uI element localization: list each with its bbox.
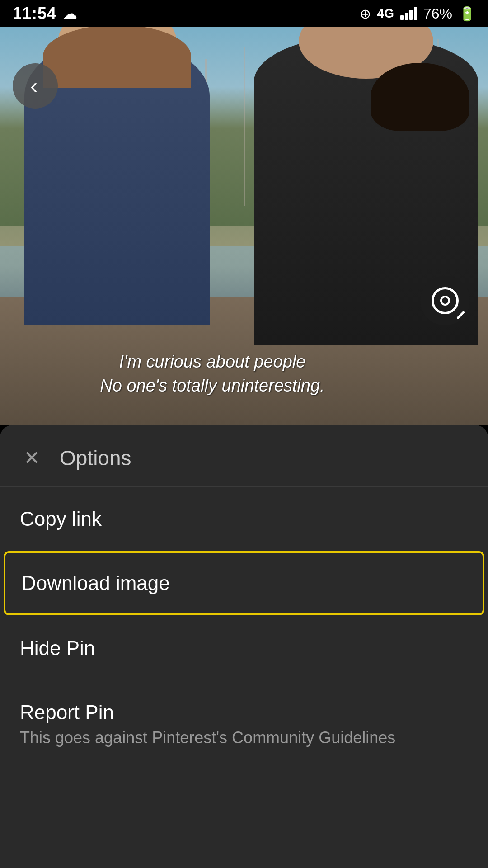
option-report-pin[interactable]: Report Pin This goes against Pinterest's…	[0, 680, 488, 768]
status-bar: 11:54 ☁ ⊕ 4G 76% 🔋	[0, 0, 488, 27]
option-download-image[interactable]: Download image	[4, 551, 484, 615]
quote-line-1: I'm curious about people	[18, 350, 407, 374]
focus-icon: ⊕	[360, 6, 371, 22]
signal-icon	[400, 7, 417, 20]
status-time: 11:54	[13, 4, 56, 23]
options-title: Options	[60, 446, 131, 470]
back-chevron-icon: ‹	[30, 75, 38, 97]
soundcloud-icon: ☁	[63, 5, 77, 22]
copy-link-label: Copy link	[20, 508, 102, 530]
report-pin-sublabel: This goes against Pinterest's Community …	[20, 728, 468, 747]
quote-overlay: I'm curious about people No one's totall…	[0, 350, 488, 398]
option-hide-pin[interactable]: Hide Pin	[0, 615, 488, 680]
lens-inner-circle	[440, 296, 450, 306]
options-header: ✕ Options	[0, 425, 488, 487]
back-button[interactable]: ‹	[13, 63, 58, 108]
battery-icon: 🔋	[459, 6, 475, 22]
close-icon: ✕	[23, 448, 40, 468]
quote-line-2: No one's totally uninteresting.	[18, 374, 407, 398]
status-right-icons: ⊕ 4G 76% 🔋	[360, 5, 475, 22]
options-panel: ✕ Options Copy link Download image Hide …	[0, 425, 488, 868]
download-image-label: Download image	[22, 572, 170, 594]
hide-pin-label: Hide Pin	[20, 637, 95, 659]
lens-icon	[432, 287, 459, 314]
battery-level: 76%	[423, 5, 452, 22]
report-pin-label: Report Pin	[20, 701, 114, 723]
image-area: I'm curious about people No one's totall…	[0, 27, 488, 425]
lens-search-button[interactable]	[420, 276, 470, 326]
person-right-hair	[371, 63, 469, 131]
option-copy-link[interactable]: Copy link	[0, 487, 488, 551]
mast-2	[244, 47, 245, 206]
close-button[interactable]: ✕	[20, 446, 43, 470]
network-type: 4G	[377, 6, 394, 21]
